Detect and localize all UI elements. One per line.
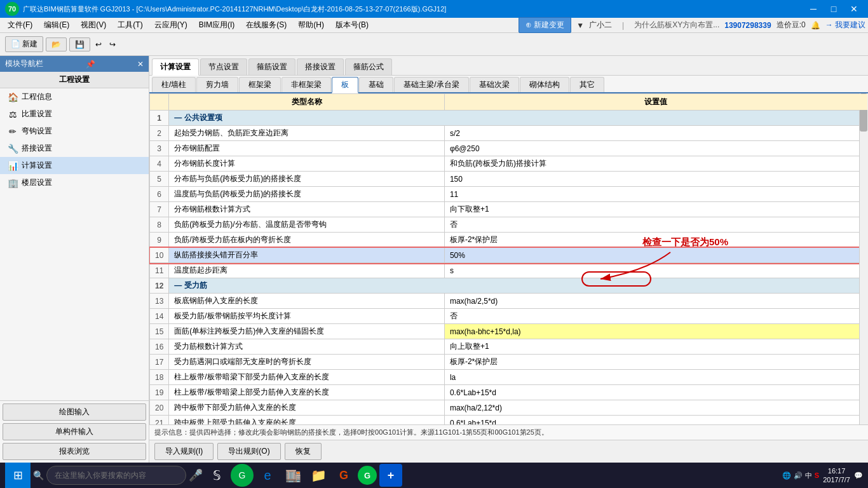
scrollbar[interactable] bbox=[859, 93, 868, 424]
table-row[interactable]: 14板受力筋/板带钢筋按平均长度计算否 bbox=[150, 309, 868, 324]
row-value[interactable]: 否 bbox=[444, 309, 867, 324]
import-rules-button[interactable]: 导入规则(I) bbox=[154, 443, 214, 460]
sub-tab-shear-wall[interactable]: 剪力墙 bbox=[196, 77, 238, 92]
sidebar-close-icon[interactable]: ✕ bbox=[137, 60, 144, 69]
menu-edit[interactable]: 编辑(E) bbox=[39, 18, 74, 32]
close-button[interactable]: ✕ bbox=[845, 0, 863, 18]
table-row[interactable]: 6温度筋与负筋(跨板受力筋)的搭接长度11 bbox=[150, 187, 868, 202]
row-value[interactable]: 向下取整+1 bbox=[444, 202, 867, 217]
sidebar-item-weight[interactable]: ⚖ 比重设置 bbox=[0, 105, 149, 123]
table-row[interactable]: 19柱上板带/板带暗梁上部受力筋伸入支座的长度0.6*Lab+15*d bbox=[150, 385, 868, 400]
tab-node-settings[interactable]: 节点设置 bbox=[200, 58, 247, 75]
row-value[interactable]: max(ha/2,5*d) bbox=[444, 294, 867, 309]
row-value[interactable]: 11 bbox=[444, 187, 867, 202]
table-row[interactable]: 3分布钢筋配置φ6@250 bbox=[150, 141, 868, 156]
menu-help[interactable]: 帮助(H) bbox=[293, 18, 329, 32]
row-value[interactable]: 向上取整+1 bbox=[444, 339, 867, 355]
menu-online[interactable]: 在线服务(S) bbox=[241, 18, 292, 32]
menu-file[interactable]: 文件(F) bbox=[3, 18, 37, 32]
table-row[interactable]: 8负筋(跨板受力筋)/分布筋、温度筋是否带弯钩否 bbox=[150, 217, 868, 233]
draw-input-button[interactable]: 绘图输入 bbox=[3, 403, 146, 421]
menu-cloud[interactable]: 云应用(Y) bbox=[149, 18, 193, 32]
sub-tab-slab[interactable]: 板 bbox=[332, 77, 358, 93]
row-value[interactable]: s bbox=[444, 263, 867, 278]
table-row[interactable]: 13板底钢筋伸入支座的长度max(ha/2,5*d) bbox=[150, 294, 868, 309]
taskbar-app-s[interactable]: 𝕊 bbox=[205, 464, 228, 487]
row-value[interactable]: max(ha/2,12*d) bbox=[444, 400, 867, 416]
sub-tab-foundation[interactable]: 基础 bbox=[359, 77, 393, 92]
export-rules-button[interactable]: 导出规则(O) bbox=[217, 443, 280, 460]
start-button[interactable]: ⊞ bbox=[5, 463, 31, 488]
table-row[interactable]: 10纵筋搭接接头错开百分率50% bbox=[150, 248, 868, 263]
sub-tab-foundation-main-beam[interactable]: 基础主梁/承台梁 bbox=[394, 77, 468, 92]
sub-tab-other[interactable]: 其它 bbox=[570, 77, 604, 92]
taskbar-app-g-circle[interactable]: G bbox=[231, 464, 254, 487]
table-row[interactable]: 20跨中板带下部受力筋伸入支座的长度max(ha/2,12*d) bbox=[150, 400, 868, 416]
mic-icon[interactable]: 🎤 bbox=[189, 468, 203, 482]
restore-button[interactable]: 恢复 bbox=[285, 443, 322, 460]
taskbar-search-input[interactable] bbox=[46, 466, 186, 485]
sidebar-item-hook[interactable]: ✏ 弯钩设置 bbox=[0, 123, 149, 140]
menu-tools[interactable]: 工具(T) bbox=[112, 18, 147, 32]
sub-tab-frame-beam[interactable]: 框架梁 bbox=[239, 77, 281, 92]
tab-stirrup-settings[interactable]: 箍筋设置 bbox=[248, 58, 295, 75]
row-value[interactable]: 和负筋(跨板受力筋)搭接计算 bbox=[444, 156, 867, 172]
maximize-button[interactable]: □ bbox=[825, 0, 843, 18]
table-row[interactable]: 2起始受力钢筋、负筋距支座边距离s/2 bbox=[150, 126, 868, 141]
taskbar-store-icon[interactable]: 🏬 bbox=[281, 464, 304, 487]
sub-tab-foundation-sec-beam[interactable]: 基础次梁 bbox=[470, 77, 519, 92]
sidebar-item-splice[interactable]: 🔧 搭接设置 bbox=[0, 140, 149, 157]
row-value[interactable]: φ6@250 bbox=[444, 141, 867, 156]
volume-icon[interactable]: 🔊 bbox=[794, 471, 803, 480]
row-value[interactable]: max(ha-bhc+15*d,la) bbox=[444, 324, 867, 339]
sidebar-item-calc[interactable]: 📊 计算设置 bbox=[0, 157, 149, 174]
row-value[interactable]: 板厚-2*保护层 bbox=[444, 355, 867, 370]
network-icon[interactable]: 🌐 bbox=[782, 471, 791, 480]
sidebar-item-floors[interactable]: 🏢 楼层设置 bbox=[0, 174, 149, 191]
sub-tab-non-frame-beam[interactable]: 非框架梁 bbox=[281, 77, 331, 92]
menu-version[interactable]: 版本号(B) bbox=[330, 18, 374, 32]
new-change-button[interactable]: ⊕ 新建变更 bbox=[519, 17, 571, 33]
lang-icon[interactable]: 中 bbox=[805, 471, 812, 480]
taskbar-folder-icon[interactable]: 📁 bbox=[307, 464, 330, 487]
row-value[interactable]: 0.6*Lab+15*d bbox=[444, 416, 867, 425]
row-value[interactable]: 否 bbox=[444, 217, 867, 233]
row-value[interactable]: 0.6*Lab+15*d bbox=[444, 385, 867, 400]
table-row[interactable]: 15面筋(单标注跨板受力筋)伸入支座的锚固长度max(ha-bhc+15*d,l… bbox=[150, 324, 868, 339]
sub-tab-column[interactable]: 柱/墙柱 bbox=[152, 77, 196, 92]
single-component-button[interactable]: 单构件输入 bbox=[3, 423, 146, 440]
row-value[interactable]: 50% bbox=[444, 248, 867, 263]
tab-splice-settings[interactable]: 搭接设置 bbox=[297, 58, 344, 75]
menu-bim[interactable]: BIM应用(I) bbox=[194, 18, 240, 32]
taskbar-g-icon[interactable]: G bbox=[332, 464, 355, 487]
notification-icon[interactable]: 💬 bbox=[854, 471, 863, 480]
report-button[interactable]: 报表浏览 bbox=[3, 443, 146, 460]
table-row[interactable]: 17受力筋遇洞口或端部无支座时的弯折长度板厚-2*保护层 bbox=[150, 355, 868, 370]
taskbar-plus-icon[interactable]: + bbox=[379, 464, 402, 487]
row-value[interactable]: 150 bbox=[444, 172, 867, 187]
table-row[interactable]: 21跨中板带上部受力筋伸入支座的长度0.6*Lab+15*d bbox=[150, 416, 868, 425]
menu-view[interactable]: 视图(V) bbox=[76, 18, 111, 32]
row-value[interactable]: s/2 bbox=[444, 126, 867, 141]
antivirus-icon[interactable]: S bbox=[815, 471, 819, 479]
toolbar-dropdown[interactable]: ▼ bbox=[576, 21, 584, 30]
undo-button[interactable]: ↩ bbox=[93, 39, 104, 50]
table-row[interactable]: 4分布钢筋长度计算和负筋(跨板受力筋)搭接计算 bbox=[150, 156, 868, 172]
taskbar-green-icon[interactable]: G bbox=[358, 466, 377, 485]
table-row[interactable]: 5分布筋与负筋(跨板受力筋)的搭接长度150 bbox=[150, 172, 868, 187]
new-file-button[interactable]: 📄 新建 bbox=[5, 36, 43, 52]
toolbar-feedback[interactable]: → 我要建议 bbox=[825, 20, 865, 30]
redo-button[interactable]: ↪ bbox=[107, 39, 118, 50]
table-row[interactable]: 11温度筋起步距离s bbox=[150, 263, 868, 278]
toolbar-bell-icon[interactable]: 🔔 bbox=[811, 21, 820, 30]
save-button[interactable]: 💾 bbox=[69, 37, 90, 51]
open-button[interactable]: 📂 bbox=[46, 37, 67, 51]
row-value[interactable]: 板厚-2*保护层 bbox=[444, 233, 867, 248]
tab-calc-settings[interactable]: 计算设置 bbox=[152, 58, 199, 76]
minimize-button[interactable]: ─ bbox=[804, 0, 822, 18]
table-row[interactable]: 18柱上板带/板带暗梁下部受力筋伸入支座的长度la bbox=[150, 370, 868, 385]
row-value[interactable]: la bbox=[444, 370, 867, 385]
sidebar-item-project-info[interactable]: 🏠 工程信息 bbox=[0, 88, 149, 105]
table-row[interactable]: 9负筋/跨板受力筋在板内的弯折长度板厚-2*保护层 bbox=[150, 233, 868, 248]
table-row[interactable]: 7分布钢筋根数计算方式向下取整+1 bbox=[150, 202, 868, 217]
